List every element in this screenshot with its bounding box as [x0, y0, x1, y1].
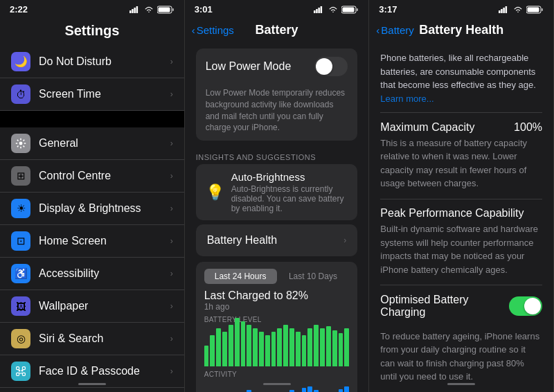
- svg-rect-11: [22, 373, 25, 375]
- scroll-indicator-1: [78, 383, 106, 385]
- battery-level-label: BATTERY LEVEL: [204, 316, 350, 323]
- svg-point-12: [19, 370, 20, 371]
- optimised-toggle[interactable]: [509, 296, 542, 316]
- learn-more-link[interactable]: Learn more...: [380, 93, 434, 104]
- battery-health-label: Battery Health: [207, 234, 277, 247]
- screen-time-label: Screen Time: [39, 88, 170, 100]
- back-label-3: Battery: [381, 24, 414, 36]
- general-label: General: [39, 137, 170, 150]
- svg-rect-19: [321, 6, 323, 13]
- battery-status-icon-3: [526, 6, 544, 14]
- wifi-icon-3: [512, 6, 524, 14]
- scroll-indicator-3: [447, 383, 475, 385]
- battery-level-chart: [204, 325, 350, 366]
- settings-item-siri[interactable]: ◎ Siri & Search ›: [0, 323, 184, 355]
- status-bar-3: 3:17: [369, 0, 553, 17]
- status-icons-2: [314, 6, 359, 14]
- settings-item-do-not-disturb[interactable]: 🌙 Do Not Disturb ›: [0, 46, 184, 78]
- optimised-label: Optimised Battery Charging: [380, 294, 509, 319]
- back-chevron-icon-3: ‹: [376, 24, 379, 36]
- chart-tab-24h[interactable]: Last 24 Hours: [204, 269, 277, 284]
- svg-rect-3: [136, 6, 138, 13]
- svg-rect-1: [132, 9, 134, 13]
- battery-bar: [204, 346, 209, 366]
- wifi-icon: [143, 6, 154, 14]
- battery-status-icon-2: [341, 6, 359, 14]
- battery-bar: [271, 332, 276, 366]
- svg-point-13: [21, 370, 23, 371]
- insight-content: Auto-Brightness Auto-Brightness is curre…: [231, 171, 348, 213]
- settings-item-emergency[interactable]: SOS Emergency SOS ›: [0, 388, 184, 392]
- chevron-icon: ›: [170, 57, 173, 66]
- chart-tab-10d[interactable]: Last 10 Days: [277, 269, 350, 284]
- svg-rect-23: [499, 10, 501, 13]
- settings-item-home-screen[interactable]: ⊡ Home Screen ›: [0, 225, 184, 258]
- status-icons-3: [499, 6, 544, 14]
- battery-health-row[interactable]: Battery Health ›: [196, 224, 358, 256]
- max-capacity-header: Maximum Capacity 100%: [380, 121, 542, 134]
- activity-label: ACTIVITY: [204, 371, 350, 378]
- battery-bar: [302, 335, 307, 366]
- insight-desc: Auto-Brightness is currently disabled. Y…: [231, 184, 348, 213]
- do-not-disturb-label: Do Not Disturb: [39, 55, 170, 68]
- settings-item-screen-time[interactable]: ⏱ Screen Time ›: [0, 78, 184, 111]
- battery-bar: [222, 332, 227, 366]
- battery-panel: 3:01 ‹ Settings Battery: [185, 0, 370, 392]
- svg-rect-24: [501, 9, 503, 13]
- activity-chart: [204, 380, 350, 392]
- battery-status-icon: [157, 6, 175, 14]
- home-screen-icon: ⊡: [11, 231, 30, 251]
- intro-text: Phone batteries, like all rechargeable b…: [369, 44, 553, 112]
- do-not-disturb-icon: 🌙: [11, 52, 30, 71]
- chevron-icon: ›: [170, 204, 173, 213]
- low-power-row[interactable]: Low Power Mode: [196, 48, 358, 84]
- settings-item-accessibility[interactable]: ♿ Accessibility ›: [0, 258, 184, 290]
- status-bar-1: 2:22: [0, 0, 184, 17]
- insight-row: 💡 Auto-Brightness Auto-Brightness is cur…: [196, 164, 358, 220]
- settings-panel: 2:22 Settings 🌙 Do Not: [0, 0, 185, 392]
- battery-bar: [259, 332, 264, 366]
- optimised-desc: To reduce battery ageing, iPhone learns …: [369, 330, 553, 391]
- low-power-label: Low Power Mode: [206, 60, 292, 73]
- settings-list: 🌙 Do Not Disturb › ⏱ Screen Time › Gener…: [0, 46, 184, 392]
- accessibility-icon: ♿: [11, 264, 30, 283]
- low-power-toggle[interactable]: [314, 57, 348, 76]
- svg-rect-29: [528, 7, 539, 12]
- chevron-icon: ›: [170, 334, 173, 344]
- accessibility-label: Accessibility: [39, 267, 170, 280]
- chevron-icon: ›: [170, 366, 173, 376]
- auto-brightness-icon: 💡: [206, 184, 224, 202]
- settings-item-display[interactable]: ☀ Display & Brightness ›: [0, 193, 184, 225]
- battery-bar: [247, 325, 251, 366]
- back-button-2[interactable]: ‹ Settings: [192, 24, 234, 36]
- back-chevron-icon: ‹: [192, 24, 195, 36]
- back-button-3[interactable]: ‹ Battery: [376, 24, 414, 36]
- battery-bar: [326, 326, 331, 366]
- battery-health-chevron: ›: [343, 235, 346, 245]
- battery-bar: [235, 318, 240, 366]
- scroll-indicator-2: [263, 383, 291, 385]
- status-bar-2: 3:01: [185, 0, 369, 17]
- battery-health-header: ‹ Battery Battery Health: [369, 17, 553, 44]
- back-label-2: Settings: [197, 24, 234, 36]
- insights-title: INSIGHTS AND SUGGESTIONS: [185, 145, 369, 164]
- settings-item-wallpaper[interactable]: 🖼 Wallpaper ›: [0, 290, 184, 323]
- activity-bar: [339, 389, 343, 392]
- battery-bar: [339, 333, 343, 366]
- svg-rect-0: [129, 10, 132, 13]
- battery-health-panel: 3:17 ‹ Battery Battery He: [369, 0, 554, 392]
- control-centre-icon: ⊞: [11, 166, 30, 186]
- chevron-icon: ›: [170, 171, 173, 181]
- max-capacity-title: Maximum Capacity: [380, 121, 474, 134]
- optimised-row: Optimised Battery Charging: [369, 285, 553, 327]
- siri-label: Siri & Search: [39, 332, 170, 345]
- settings-item-general[interactable]: General ›: [0, 127, 184, 160]
- time-1: 2:22: [10, 4, 28, 15]
- insight-title: Auto-Brightness: [231, 171, 348, 183]
- battery-bar: [241, 321, 246, 366]
- status-icons-1: [129, 6, 175, 14]
- settings-item-control-centre[interactable]: ⊞ Control Centre ›: [0, 160, 184, 193]
- peak-performance-header: Peak Performance Capability: [380, 207, 542, 220]
- control-centre-label: Control Centre: [39, 170, 170, 182]
- toggle-knob: [316, 58, 332, 75]
